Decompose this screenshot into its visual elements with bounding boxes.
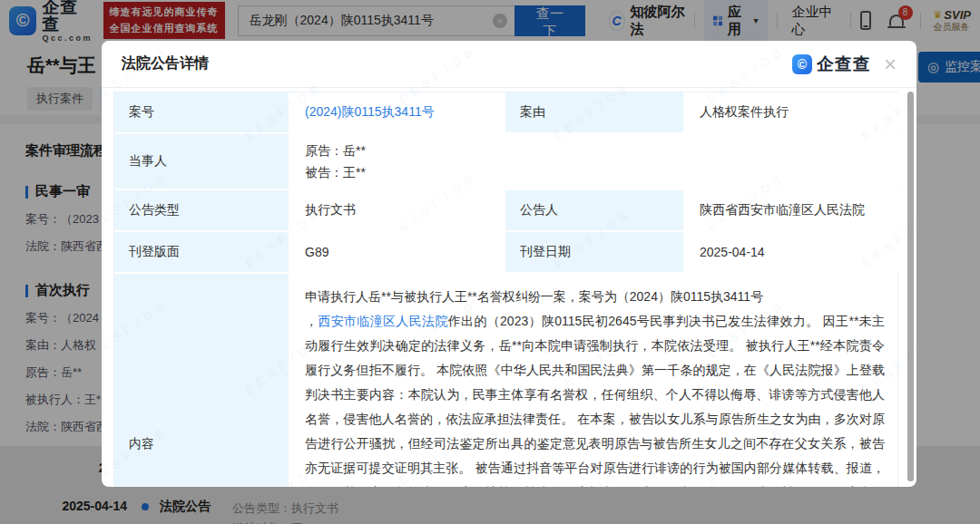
field-label-content: 内容: [114, 274, 289, 487]
modal-brand-logo: © 企查查: [792, 53, 871, 76]
modal-scrollbar[interactable]: [907, 92, 914, 481]
field-value-announcer: 陕西省西安市临潼区人民法院: [685, 190, 899, 230]
field-label-date: 刊登日期: [505, 232, 683, 272]
modal-header: 法院公告详情 © 企查查 ×: [102, 41, 916, 88]
screen: © 企查查 Qcc.com 缔造有远见的商业传奇 全国企业信用查询系统 × 查一…: [0, 0, 980, 524]
party-plaintiff: 原告：岳**: [305, 140, 366, 161]
content-line1: 申请执行人岳**与被执行人王**名誉权纠纷一案，案号为（2024）陕0115执3…: [305, 289, 763, 304]
announcement-content: 申请执行人岳**与被执行人王**名誉权纠纷一案，案号为（2024）陕0115执3…: [290, 274, 899, 487]
field-value-date: 2025-04-14: [685, 232, 899, 272]
close-icon[interactable]: ×: [884, 53, 897, 75]
modal-brand-name: 企查查: [817, 53, 871, 76]
content-rest: 作出的（2023）陕0115民初2645号民事判决书已发生法律效力。 因王**未…: [305, 314, 885, 487]
court-link[interactable]: 西安市临潼区人民法院: [318, 314, 447, 328]
case-no-link[interactable]: (2024)陕0115执3411号: [305, 104, 435, 121]
field-value-party: 原告：岳** 被告：王**: [290, 134, 899, 189]
announcement-detail-table: 案号 (2024)陕0115执3411号 案由 人格权案件执行 当事人 原告：岳…: [113, 92, 898, 487]
field-label-party: 当事人: [114, 134, 289, 189]
court-announcement-modal: EESF7DBEESF7DBEESF7DBEESF7DBEESF7DBEESF7…: [102, 41, 916, 487]
modal-brand-icon: ©: [792, 54, 812, 74]
field-label-case-no: 案号: [114, 92, 289, 132]
content-pre-link: ，: [305, 314, 318, 328]
field-value-cause: 人格权案件执行: [685, 92, 899, 132]
field-label-announcer: 公告人: [505, 190, 683, 230]
field-value-page: G89: [290, 232, 504, 272]
field-label-page: 刊登版面: [114, 232, 289, 272]
field-value-type: 执行文书: [290, 190, 504, 230]
party-defendant: 被告：王**: [305, 161, 366, 183]
field-label-type: 公告类型: [114, 190, 289, 230]
modal-body: 案号 (2024)陕0115执3411号 案由 人格权案件执行 当事人 原告：岳…: [102, 88, 916, 487]
field-label-cause: 案由: [505, 92, 683, 132]
modal-title: 法院公告详情: [122, 54, 209, 73]
